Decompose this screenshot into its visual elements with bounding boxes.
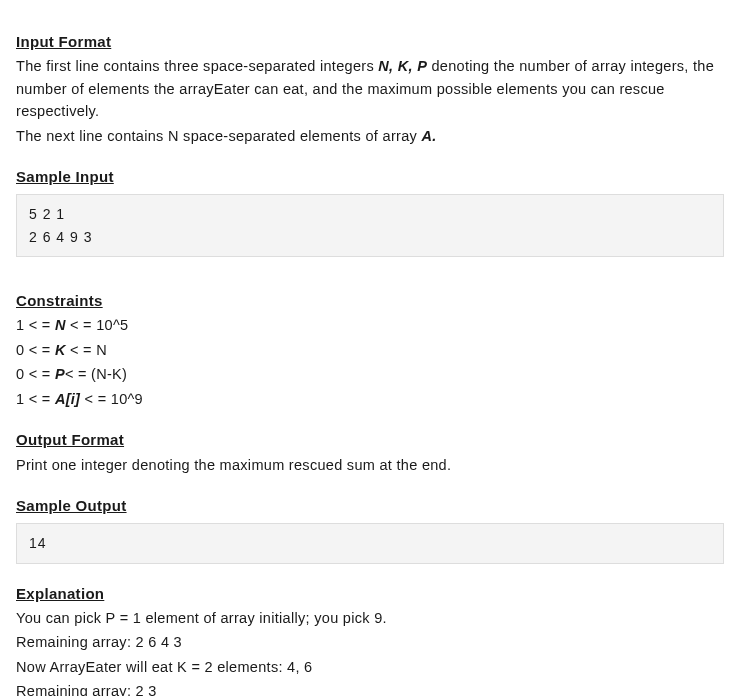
param-a: A. (421, 128, 436, 144)
input-format-heading: Input Format (16, 30, 724, 53)
explanation-line-3: Now ArrayEater will eat K = 2 elements: … (16, 656, 724, 678)
constraint-var-n: N (55, 317, 66, 333)
params-nkp: N, K, P (378, 58, 427, 74)
explanation-line-2: Remaining array: 2 6 4 3 (16, 631, 724, 653)
text-fragment: < = N (66, 342, 107, 358)
constraint-3: 0 < = P< = (N-K) (16, 363, 724, 385)
input-format-paragraph-2: The next line contains N space-separated… (16, 125, 724, 147)
output-format-heading: Output Format (16, 428, 724, 451)
text-fragment: < = 10^9 (80, 391, 143, 407)
text-fragment: 1 < = (16, 317, 55, 333)
constraint-var-k: K (55, 342, 66, 358)
constraint-2: 0 < = K < = N (16, 339, 724, 361)
text-fragment: < = (N-K) (65, 366, 127, 382)
constraint-var-p: P (55, 366, 65, 382)
text-fragment: 1 < = (16, 391, 55, 407)
text-fragment: 0 < = (16, 342, 55, 358)
explanation-line-1: You can pick P = 1 element of array init… (16, 607, 724, 629)
sample-output-box: 14 (16, 523, 724, 563)
constraint-4: 1 < = A[i] < = 10^9 (16, 388, 724, 410)
explanation-heading: Explanation (16, 582, 724, 605)
input-format-paragraph-1: The first line contains three space-sepa… (16, 55, 724, 122)
explanation-line-4: Remaining array: 2 3 (16, 680, 724, 696)
constraints-heading: Constraints (16, 289, 724, 312)
text-fragment: < = 10^5 (66, 317, 129, 333)
text-fragment: The next line contains N space-separated… (16, 128, 421, 144)
sample-output-heading: Sample Output (16, 494, 724, 517)
text-fragment: The first line contains three space-sepa… (16, 58, 378, 74)
output-format-text: Print one integer denoting the maximum r… (16, 454, 724, 476)
constraint-1: 1 < = N < = 10^5 (16, 314, 724, 336)
constraint-var-ai: A[i] (55, 391, 80, 407)
text-fragment: 0 < = (16, 366, 55, 382)
sample-input-box: 5 2 1 2 6 4 9 3 (16, 194, 724, 257)
sample-input-heading: Sample Input (16, 165, 724, 188)
